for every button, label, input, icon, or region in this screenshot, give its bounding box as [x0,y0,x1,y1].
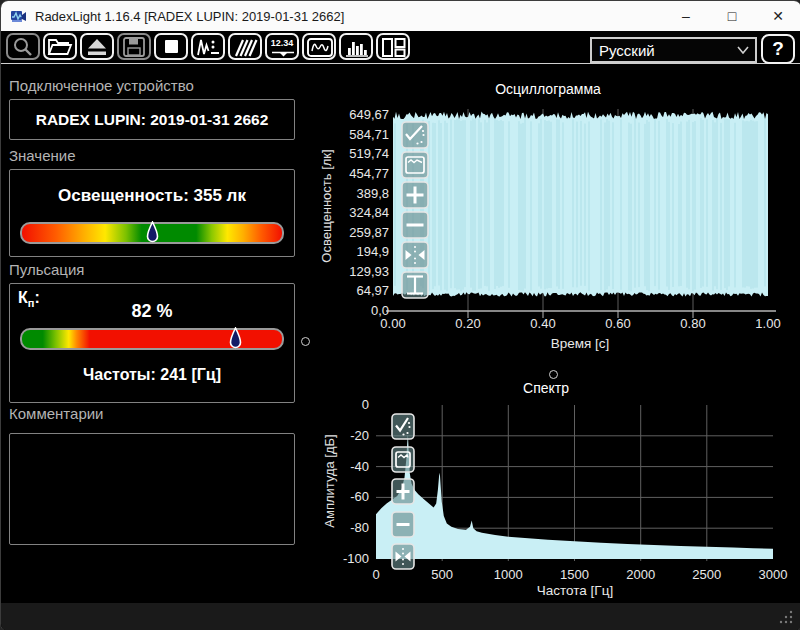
oscillogram-zoom-out-button[interactable] [402,212,428,238]
svg-text:259,87: 259,87 [349,225,389,240]
svg-text:-100: -100 [343,551,369,566]
illuminance-reading: Освещенность: 355 лк [10,186,294,206]
oscillogram-chart: 649,67584,71519,74454,77389,8324,84259,8… [313,67,800,373]
svg-text:1.00: 1.00 [755,316,780,331]
svg-text:649,67: 649,67 [349,107,389,122]
folder-open-icon [45,35,75,59]
panels-icon [378,35,408,59]
svg-text:2000: 2000 [626,567,655,582]
svg-text:0: 0 [372,567,379,582]
titlebar: RadexLight 1.16.4 [RADEX LUPIN: 2019-01-… [1,1,800,31]
value-scale-bar [20,222,284,244]
language-value: Русский [599,42,655,59]
svg-text:1000: 1000 [494,567,523,582]
chevron-down-icon [737,46,749,54]
toolbar: 12.34 Русский ? [1,31,800,64]
resize-grip-icon[interactable] [778,609,794,625]
spectrum-zoom-out-button[interactable] [392,512,414,537]
minimize-button[interactable]: – [663,1,709,31]
window-title: RadexLight 1.16.4 [RADEX LUPIN: 2019-01-… [35,9,344,24]
wave-box-icon [304,35,334,59]
svg-text:0.60: 0.60 [605,316,630,331]
oscillogram-fit-view-button[interactable] [402,152,428,178]
device-box: RADEX LUPIN: 2019-01-31 2662 [9,99,295,140]
oscillogram-auto-scale-button[interactable] [402,122,428,148]
pulsation-scale-bar [20,328,284,350]
pulsation-box: Кп: 82 % Частоты: 241 [Гц] [9,283,295,403]
toolbar-oscillogram-view-button[interactable] [302,33,336,60]
spectrum-fit-horizontal-button[interactable] [392,544,414,569]
spectrum-auto-scale-button[interactable] [392,414,414,439]
toolbar-save-file-button[interactable] [117,33,151,60]
spectrum-xlabel: Частота [Гц] [537,583,613,598]
oscillogram-zoom-in-button[interactable] [402,182,428,208]
pulsation-section-header: Пульсация [9,261,84,278]
comments-input[interactable] [9,433,295,545]
device-section-header: Подключенное устройство [9,77,194,94]
language-dropdown[interactable]: Русский [590,37,757,63]
svg-text:0.20: 0.20 [455,316,480,331]
toolbar-spectrum-view-button[interactable] [339,33,373,60]
maximize-button[interactable]: □ [709,1,755,31]
eject-icon [82,35,112,59]
svg-text:500: 500 [431,567,453,582]
svg-text:3000: 3000 [759,567,788,582]
svg-text:584,71: 584,71 [349,127,389,142]
device-name: RADEX LUPIN: 2019-01-31 2662 [10,100,294,139]
svg-text:0.80: 0.80 [680,316,705,331]
toolbar-measurement-mode-button[interactable] [191,33,225,60]
waveform-dots-icon [193,35,223,59]
oscillogram-title: Осциллограмма [495,81,601,97]
help-button[interactable]: ? [761,34,795,64]
svg-text:454,77: 454,77 [349,166,389,181]
svg-text:12.34: 12.34 [271,38,294,48]
oscillogram-fit-vertical-button[interactable] [402,272,428,298]
floppy-icon [119,35,149,59]
value-section-header: Значение [9,147,76,164]
splitter-handle-left[interactable] [301,337,310,346]
stop-icon [156,35,186,59]
svg-text:0.40: 0.40 [530,316,555,331]
toolbar-layout-view-button[interactable] [376,33,410,60]
spectrum-title: Спектр [523,380,569,396]
toolbar-eject-device-button[interactable] [80,33,114,60]
svg-text:0: 0 [362,397,369,412]
oscillogram-xlabel: Время [с] [551,336,610,351]
svg-text:0.00: 0.00 [380,316,405,331]
digits-icon: 12.34 [267,35,297,59]
svg-text:-20: -20 [350,428,369,443]
spectrum-fit-view-button[interactable] [392,447,414,472]
magnifier-icon [8,35,38,59]
comments-section-header: Комментарии [9,405,103,422]
toolbar-numeric-display-view-button[interactable]: 12.34 [265,33,299,60]
close-button[interactable]: ✕ [755,1,800,31]
svg-text:519,74: 519,74 [349,146,389,161]
svg-text:-60: -60 [350,489,369,504]
spectrum-ylabel: Амплитуда [дБ] [322,434,337,527]
toolbar-stop-measurement-button[interactable] [154,33,188,60]
spectrum-zoom-in-button[interactable] [392,479,414,504]
svg-text:324,84: 324,84 [349,205,389,220]
svg-text:1500: 1500 [560,567,589,582]
spectrum-chart: 0-20-40-60-80-10005001000150020002500300… [313,369,800,630]
svg-text:194,9: 194,9 [356,244,389,259]
window-controls: – □ ✕ [663,1,800,31]
oscillogram-ylabel: Освещенность [лк] [319,149,334,262]
svg-text:-40: -40 [350,459,369,474]
statusbar [1,603,800,630]
toolbar-zoom-tool-button[interactable] [6,33,40,60]
toolbar-open-file-button[interactable] [43,33,77,60]
oscillogram-fit-horizontal-button[interactable] [402,242,428,268]
svg-text:-80: -80 [350,520,369,535]
value-box: Освещенность: 355 лк [9,169,295,257]
pulsation-marker-icon [229,327,242,351]
svg-text:2500: 2500 [692,567,721,582]
svg-text:64,97: 64,97 [356,283,389,298]
svg-text:129,93: 129,93 [349,264,389,279]
app-window: RadexLight 1.16.4 [RADEX LUPIN: 2019-01-… [0,0,800,630]
kp-value: 82 % [10,301,294,322]
hatch-icon [230,35,260,59]
svg-text:389,8: 389,8 [356,186,389,201]
value-marker-icon [146,221,159,245]
toolbar-sensor-mode-button[interactable] [228,33,262,60]
